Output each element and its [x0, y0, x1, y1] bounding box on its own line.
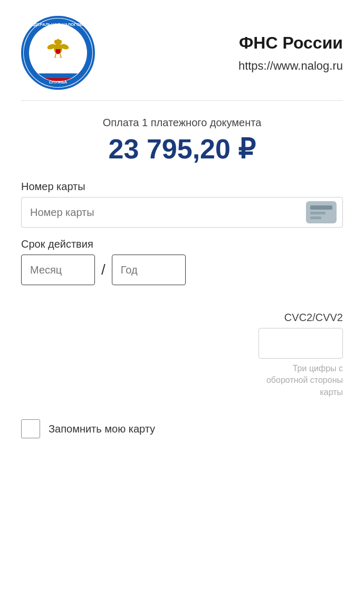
card-icon-line1 — [310, 205, 332, 210]
org-url: https://www.nalog.ru — [238, 59, 343, 73]
card-number-label: Номер карты — [21, 181, 343, 193]
payment-section: Оплата 1 платежного документа 23 795,20 … — [0, 101, 364, 170]
cvv-input[interactable] — [258, 328, 343, 359]
svg-text:ФЕДЕРАЛЬНАЯ НАЛОГОВАЯ: ФЕДЕРАЛЬНАЯ НАЛОГОВАЯ — [27, 22, 89, 27]
header-text: ФНС России https://www.nalog.ru — [95, 33, 343, 73]
card-number-wrapper — [21, 197, 343, 228]
remember-checkbox[interactable] — [21, 419, 40, 438]
remember-label: Запомнить мою карту — [49, 423, 155, 435]
cvv-label: CVC2/CVV2 — [284, 312, 343, 324]
year-input[interactable] — [112, 255, 186, 285]
cvv-hint: Три цифры с оборотной стороны карты — [258, 363, 343, 398]
svg-point-18 — [58, 40, 62, 44]
month-input[interactable] — [21, 255, 95, 285]
svg-text:СЛУЖБА: СЛУЖБА — [49, 80, 68, 84]
card-number-input[interactable] — [21, 197, 343, 228]
card-icon-line3 — [310, 217, 321, 219]
svg-rect-20 — [30, 69, 87, 73]
payment-amount: 23 795,20 ₽ — [21, 133, 343, 165]
header: ФЕДЕРАЛЬНАЯ НАЛОГОВАЯ СЛУЖБА ФНС России … — [0, 0, 364, 100]
org-title: ФНС России — [239, 33, 343, 53]
expiry-separator: / — [101, 261, 106, 278]
expiry-label: Срок действия — [21, 238, 343, 250]
cvv-section: CVC2/CVV2 Три цифры с оборотной стороны … — [0, 306, 364, 409]
card-icon — [306, 201, 337, 223]
remember-section: Запомнить мою карту — [0, 409, 364, 449]
card-number-section: Номер карты Срок действия / — [0, 170, 364, 306]
logo: ФЕДЕРАЛЬНАЯ НАЛОГОВАЯ СЛУЖБА — [21, 16, 95, 90]
payment-label: Оплата 1 платежного документа — [21, 117, 343, 129]
card-number-group: Номер карты — [21, 181, 343, 228]
expiry-row: / — [21, 255, 343, 285]
expiry-group: Срок действия / — [21, 238, 343, 285]
card-icon-line2 — [310, 212, 325, 214]
